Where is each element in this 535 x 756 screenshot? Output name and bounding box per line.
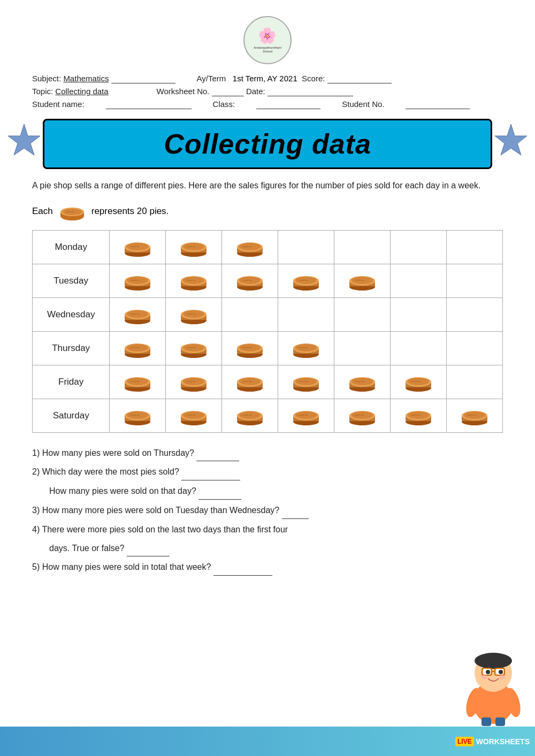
svg-text:~~~: ~~~ bbox=[130, 278, 140, 284]
pie-icon: ~~~ bbox=[291, 269, 322, 291]
pie-cell: ~~~ bbox=[222, 230, 278, 264]
svg-text:~~~: ~~~ bbox=[299, 345, 308, 351]
worksheets-text: WORKSHEETS bbox=[476, 737, 530, 746]
pie-icon: ~~~ bbox=[291, 403, 322, 426]
worksheet-blank bbox=[212, 87, 244, 96]
topic-field: Topic: Collecting data bbox=[32, 87, 109, 96]
pie-cell bbox=[447, 365, 503, 399]
class-label: Class: bbox=[213, 100, 235, 109]
description-text: A pie shop sells a range of different pi… bbox=[32, 179, 503, 193]
pie-cell bbox=[447, 230, 503, 264]
pie-icon: ~~~ bbox=[178, 302, 209, 325]
svg-text:~~~: ~~~ bbox=[299, 278, 308, 284]
meta-row-3: Student name: Class: Student No. bbox=[32, 100, 503, 109]
pie-cell bbox=[278, 230, 334, 264]
legend-prefix: Each bbox=[32, 206, 53, 217]
pie-cell: ~~~ bbox=[166, 365, 222, 399]
pie-cell: ~~~ bbox=[278, 264, 334, 297]
student-name-label: Student name: bbox=[32, 100, 85, 109]
question-4: 4) There were more pies sold on the last… bbox=[32, 522, 503, 538]
pie-icon: ~~~ bbox=[234, 235, 265, 257]
svg-text:~~~: ~~~ bbox=[242, 379, 252, 385]
pie-icon: ~~~ bbox=[178, 336, 209, 358]
topic-value: Collecting data bbox=[55, 87, 108, 96]
question-3: 3) How many more pies were sold on Tuesd… bbox=[32, 503, 503, 519]
live-text: LIVE bbox=[455, 737, 474, 746]
worksheet-label: Worksheet No. bbox=[157, 87, 210, 96]
pie-icon: ~~~ bbox=[122, 269, 153, 291]
pie-cell: ~~~ bbox=[110, 399, 166, 432]
pie-cell: ~~~ bbox=[391, 365, 447, 399]
pie-icon: ~~~ bbox=[122, 302, 153, 325]
pie-cell bbox=[278, 297, 334, 331]
svg-text:~~~: ~~~ bbox=[411, 379, 421, 385]
worksheet-field: Worksheet No. Date: bbox=[157, 87, 353, 96]
pie-cell bbox=[447, 297, 503, 331]
svg-text:~~~: ~~~ bbox=[130, 413, 140, 418]
meta-row-1: Subject: Mathematics Ay/Term 1st Term, A… bbox=[32, 74, 503, 83]
date-label: Date: bbox=[246, 87, 265, 96]
svg-marker-0 bbox=[8, 124, 40, 155]
pie-icon: ~~~ bbox=[234, 336, 265, 358]
day-label-saturday: Saturday bbox=[33, 399, 110, 432]
svg-point-148 bbox=[499, 670, 503, 674]
pie-cell: ~~~ bbox=[334, 399, 391, 432]
star-left bbox=[5, 121, 43, 166]
student-no-blank bbox=[406, 100, 470, 109]
q3-text: 3) How many more pies were sold on Tuesd… bbox=[32, 506, 279, 515]
svg-text:~~~: ~~~ bbox=[130, 244, 140, 250]
student-no-label: Student No. bbox=[342, 100, 384, 109]
pie-icon: ~~~ bbox=[347, 403, 378, 426]
pie-icon: ~~~ bbox=[291, 370, 322, 392]
pie-icon: ~~~ bbox=[122, 336, 153, 358]
question-5: 5) How many pies were sold in total that… bbox=[32, 560, 503, 576]
svg-rect-157 bbox=[495, 717, 505, 726]
pie-cell: ~~~ bbox=[278, 365, 334, 399]
ayterm-field: Ay/Term 1st Term, AY 2021 Score: bbox=[197, 74, 392, 83]
day-label-monday: Monday bbox=[33, 230, 110, 264]
meta-section: Subject: Mathematics Ay/Term 1st Term, A… bbox=[32, 74, 503, 109]
pie-cell bbox=[334, 230, 391, 264]
pie-cell bbox=[447, 264, 503, 297]
svg-text:~~~: ~~~ bbox=[242, 345, 252, 351]
pie-cell: ~~~ bbox=[278, 331, 334, 365]
meta-row-2: Topic: Collecting data Worksheet No. Dat… bbox=[32, 87, 503, 96]
svg-text:~~~: ~~~ bbox=[186, 413, 196, 418]
pie-cell: ~~~ bbox=[334, 365, 391, 399]
svg-rect-156 bbox=[482, 717, 491, 726]
subject-field: Subject: Mathematics bbox=[32, 74, 175, 83]
svg-text:~~~: ~~~ bbox=[467, 413, 477, 418]
legend-suffix: represents 20 pies. bbox=[91, 206, 169, 217]
subject-label: Subject: bbox=[32, 74, 61, 83]
pie-cell bbox=[391, 297, 447, 331]
pie-cell: ~~~ bbox=[110, 230, 166, 264]
svg-text:~~~: ~~~ bbox=[130, 379, 140, 385]
pie-icon: ~~~ bbox=[178, 403, 209, 426]
svg-text:~~~: ~~~ bbox=[242, 413, 252, 418]
questions-section: 1) How many pies were sold on Thursday? … bbox=[32, 446, 503, 576]
q1-blank bbox=[196, 446, 239, 462]
pie-cell: ~~~ bbox=[278, 399, 334, 432]
pie-cell: ~~~ bbox=[110, 331, 166, 365]
pie-icon: ~~~ bbox=[122, 370, 153, 392]
question-2: 2) Which day were the most pies sold? bbox=[32, 464, 503, 480]
pie-cell: ~~~ bbox=[166, 230, 222, 264]
pie-icon: ~~~ bbox=[291, 336, 322, 358]
pie-cell: ~~~ bbox=[166, 264, 222, 297]
svg-text:~~~: ~~~ bbox=[242, 244, 252, 250]
q4-text: 4) There were more pies sold on the last… bbox=[32, 525, 288, 534]
score-label: Score: bbox=[302, 74, 325, 83]
svg-text:~~~: ~~~ bbox=[66, 209, 74, 215]
pie-icon: ~~~ bbox=[178, 370, 209, 392]
pie-icon: ~~~ bbox=[122, 235, 153, 257]
pie-icon: ~~~ bbox=[459, 403, 490, 426]
pie-cell: ~~~ bbox=[222, 399, 278, 432]
svg-marker-1 bbox=[495, 124, 527, 155]
pie-icon: ~~~ bbox=[234, 403, 265, 426]
question-4-cont: days. True or false? bbox=[32, 541, 503, 557]
school-name: AmbanpathumthaniSchool bbox=[254, 46, 281, 54]
q4-cont-text: days. True or false? bbox=[49, 544, 125, 553]
star-right bbox=[492, 121, 530, 166]
pie-cell: ~~~ bbox=[166, 297, 222, 331]
svg-text:~~~: ~~~ bbox=[242, 278, 252, 284]
